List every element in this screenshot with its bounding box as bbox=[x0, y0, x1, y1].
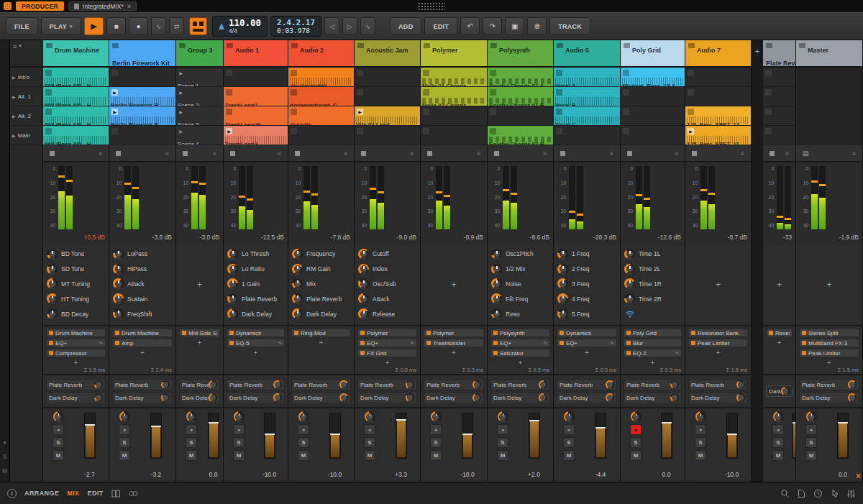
track-options-icon[interactable]: ≡ bbox=[213, 150, 216, 157]
device-chip[interactable]: Reverb bbox=[766, 329, 793, 337]
clip-slot[interactable]: Soulful Chords 01 B bbox=[488, 87, 553, 106]
send-slot[interactable]: Plate Reverb bbox=[424, 379, 484, 390]
solo-button[interactable]: S bbox=[563, 437, 575, 448]
send-slot[interactable]: Dark Delay bbox=[557, 392, 617, 403]
remote-control-knob[interactable] bbox=[292, 249, 303, 260]
clear-x-icon[interactable]: × bbox=[856, 472, 861, 480]
add-device-button[interactable]: + bbox=[227, 349, 285, 357]
controller-display-icon[interactable] bbox=[189, 17, 207, 35]
peak-db-readout[interactable]: -33 bbox=[783, 234, 792, 241]
device-chip[interactable]: Polysynth bbox=[490, 329, 550, 337]
fader-db-value[interactable]: +2.0 bbox=[516, 471, 552, 480]
volume-fader[interactable] bbox=[84, 413, 96, 459]
clip-slot[interactable]: ▶Berlin Firework B... bbox=[109, 87, 175, 106]
remote-control-knob[interactable] bbox=[47, 264, 58, 275]
add-device-button[interactable]: + bbox=[766, 339, 793, 347]
remote-control-knob[interactable] bbox=[358, 278, 369, 289]
stop-button[interactable]: ■ bbox=[106, 17, 126, 35]
scene-launch-row[interactable]: ▶Main bbox=[10, 126, 42, 145]
play-button[interactable]: ▶ bbox=[84, 17, 104, 35]
mute-button[interactable]: M bbox=[186, 450, 197, 461]
clip-slot[interactable]: deceleratefall bbox=[288, 68, 354, 87]
empty-clip-slot[interactable] bbox=[355, 68, 420, 87]
add-device-button[interactable]: + bbox=[799, 359, 859, 367]
device-chip[interactable]: Dynamics bbox=[557, 329, 617, 337]
remote-control-knob[interactable] bbox=[491, 293, 502, 304]
device-chip[interactable]: Dynamics bbox=[227, 329, 285, 337]
send-slot[interactable]: Plate Reverb bbox=[490, 379, 550, 390]
peak-db-readout[interactable]: -3.0 dB bbox=[200, 234, 219, 241]
record-arm-button[interactable]: ● bbox=[430, 424, 442, 435]
mute-button[interactable]: M bbox=[695, 450, 706, 461]
send-slot[interactable]: Dark Delay bbox=[357, 392, 417, 403]
clip-slot[interactable]: Vocal A bbox=[554, 68, 620, 87]
solo-button[interactable]: S bbox=[772, 437, 784, 448]
solo-button[interactable]: S bbox=[233, 437, 245, 448]
device-chip[interactable]: EQ+∿ bbox=[490, 339, 550, 347]
send-slot[interactable]: Plate Reverb bbox=[688, 379, 748, 390]
send-slot[interactable]: Plate Reverb bbox=[179, 379, 220, 390]
solo-button[interactable]: S bbox=[186, 437, 197, 448]
add-remote-controls-button[interactable]: + bbox=[716, 279, 721, 290]
peak-db-readout[interactable]: -8.9 dB bbox=[464, 234, 483, 241]
clip-slot[interactable]: Mella 02 Chords bbox=[421, 87, 487, 106]
clip-slot[interactable]: Soulful Chords 02 B bbox=[488, 126, 553, 145]
volume-fader[interactable] bbox=[462, 413, 473, 459]
peak-db-readout[interactable]: -9.6 dB bbox=[530, 234, 549, 241]
remote-control-knob[interactable] bbox=[227, 308, 238, 319]
undo-icon[interactable]: ↶ bbox=[460, 17, 480, 35]
device-chip[interactable]: Peak Limiter bbox=[688, 339, 748, 347]
remote-control-knob[interactable] bbox=[47, 293, 58, 304]
clip-slot[interactable]: 808 (Bass-08) - H... bbox=[43, 106, 109, 126]
send-level-knob[interactable] bbox=[161, 393, 170, 402]
volume-fader[interactable] bbox=[661, 413, 672, 459]
pan-knob[interactable] bbox=[186, 411, 197, 422]
device-chip[interactable]: Polymer bbox=[357, 329, 417, 337]
mute-button[interactable]: M bbox=[430, 450, 442, 461]
send-slot[interactable]: Plate Reverb bbox=[227, 379, 285, 390]
clip-slot[interactable]: 808 (Bass-08) - H... bbox=[43, 87, 109, 106]
peak-db-readout[interactable]: +0.5 dB bbox=[83, 234, 105, 241]
send-level-knob[interactable] bbox=[606, 380, 614, 389]
track-header[interactable]: Audio 1 bbox=[224, 40, 288, 68]
empty-clip-slot[interactable] bbox=[109, 68, 175, 87]
record-arm-button[interactable]: ● bbox=[805, 424, 817, 435]
clip-slot[interactable]: dwindle bbox=[288, 106, 354, 126]
send-level-knob[interactable] bbox=[209, 380, 217, 389]
time-signature[interactable]: 4/4 bbox=[229, 28, 261, 35]
fader-db-value[interactable]: -3.2 bbox=[138, 471, 174, 480]
pan-knob[interactable] bbox=[431, 411, 442, 422]
stop-clips-button[interactable] bbox=[230, 151, 235, 156]
send-level-knob[interactable] bbox=[848, 380, 857, 389]
fader-db-value[interactable]: -10.0 bbox=[714, 471, 749, 480]
record-arm-button[interactable]: ● bbox=[186, 424, 197, 435]
send-level-knob[interactable] bbox=[736, 380, 745, 389]
punch-out-icon[interactable]: ▷ bbox=[342, 17, 357, 35]
clip-slot[interactable]: ▶Scene 4 bbox=[176, 126, 223, 145]
mute-button[interactable]: M bbox=[497, 450, 508, 461]
clip-slot[interactable]: ▶TrashLoop3 bbox=[224, 126, 288, 145]
device-chip[interactable]: Amp bbox=[112, 339, 173, 347]
empty-clip-slot[interactable] bbox=[763, 106, 795, 126]
empty-clip-slot[interactable] bbox=[224, 68, 288, 87]
clip-slot[interactable]: Minimal_Bass_15 A bbox=[621, 68, 685, 87]
stop-clips-button[interactable] bbox=[116, 151, 121, 156]
remote-control-knob[interactable] bbox=[557, 278, 568, 289]
mute-button[interactable]: M bbox=[119, 450, 130, 461]
mute-button[interactable]: M bbox=[805, 450, 817, 461]
remote-control-knob[interactable] bbox=[113, 249, 124, 260]
track-options-icon[interactable]: ≡ bbox=[278, 150, 281, 157]
empty-clip-slot[interactable] bbox=[685, 68, 751, 87]
send-level-knob[interactable] bbox=[606, 393, 614, 402]
add-device-button[interactable]: + bbox=[688, 349, 748, 357]
remote-control-knob[interactable] bbox=[292, 278, 303, 289]
track-options-icon[interactable]: ≡ bbox=[477, 150, 480, 157]
peak-db-readout[interactable]: -7.8 dB bbox=[331, 234, 350, 241]
send-level-knob[interactable] bbox=[94, 393, 103, 402]
device-chip[interactable]: Drum Machine bbox=[46, 329, 106, 337]
solo-button[interactable]: S bbox=[52, 437, 64, 448]
scene-launch-row[interactable]: ▶Intro bbox=[10, 68, 42, 87]
device-chip[interactable]: EQ+∿ bbox=[557, 339, 617, 347]
stop-clips-button[interactable] bbox=[692, 151, 697, 156]
record-arm-button[interactable]: ● bbox=[563, 424, 575, 435]
